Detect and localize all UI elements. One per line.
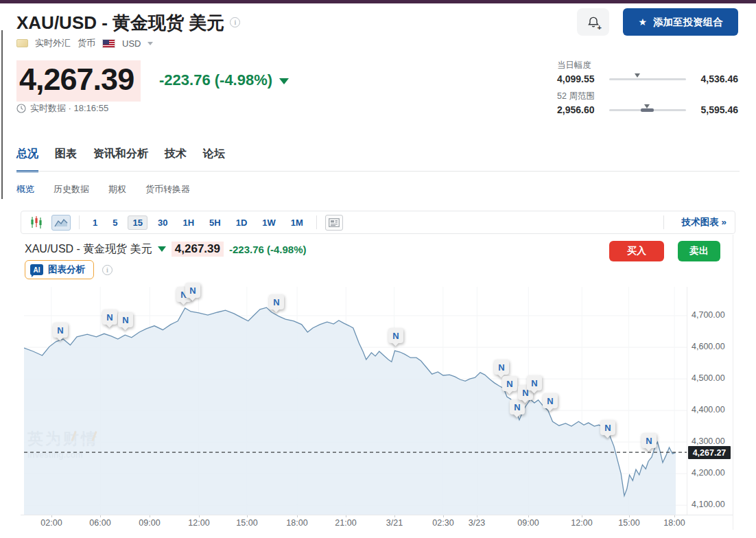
chart-header: XAU/USD - 黄金现货 美元 4,267.39 -223.76 (-4.9… bbox=[25, 242, 307, 257]
toolbar-separator bbox=[663, 215, 664, 229]
interval-selector: 1515301H5H1D1W1M bbox=[88, 215, 308, 230]
news-marker-icon[interactable]: N bbox=[185, 283, 200, 298]
week52-range-segment bbox=[641, 108, 654, 112]
news-marker-icon[interactable]: N bbox=[102, 309, 117, 325]
toolbar-separator bbox=[79, 215, 80, 229]
ai-analysis-row: AI 图表分析 i bbox=[25, 260, 113, 279]
ai-info-icon[interactable]: i bbox=[102, 265, 113, 275]
news-marker-icon[interactable]: N bbox=[118, 312, 133, 327]
day-range-slider bbox=[609, 78, 686, 80]
x-tick-label: 21:00 bbox=[335, 518, 356, 528]
tab-overview[interactable]: 总况 bbox=[16, 147, 38, 172]
breadcrumb-live-fx[interactable]: 实时外汇 bbox=[35, 37, 71, 49]
technical-chart-link[interactable]: 技术图表 » bbox=[672, 216, 727, 229]
x-tick-label: 09:00 bbox=[139, 518, 160, 528]
add-to-portfolio-button[interactable]: ★ 添加至投资组合 bbox=[623, 8, 738, 36]
price-change: -223.76 (-4.98%) bbox=[159, 71, 289, 89]
y-tick-label: 4,400.00 bbox=[692, 405, 725, 414]
currency-code[interactable]: USD bbox=[122, 38, 141, 49]
news-on-chart-icon[interactable] bbox=[325, 215, 343, 231]
sell-button[interactable]: 卖出 bbox=[678, 241, 720, 261]
chart-overlay: NNNNNNNNNNNNNNN bbox=[24, 287, 687, 515]
instrument-title: XAU/USD - 黄金现货 美元 bbox=[16, 12, 224, 33]
interval-1W[interactable]: 1W bbox=[257, 215, 281, 230]
tab-news-analysis[interactable]: 资讯和分析 bbox=[93, 147, 148, 172]
subtab-converter[interactable]: 货币转换器 bbox=[145, 183, 190, 196]
interval-1D[interactable]: 1D bbox=[231, 215, 252, 230]
y-tick-label: 4,600.00 bbox=[692, 342, 725, 351]
y-tick-label: 4,700.00 bbox=[692, 310, 725, 320]
gold-asset-icon bbox=[16, 39, 28, 47]
news-marker-icon[interactable]: N bbox=[641, 433, 657, 448]
sub-tabs: 概览历史数据期权货币转换器 bbox=[16, 183, 190, 196]
interval-15[interactable]: 15 bbox=[128, 215, 147, 230]
interval-1H[interactable]: 1H bbox=[178, 215, 199, 230]
clock-icon bbox=[16, 104, 26, 113]
x-tick-label: 02:00 bbox=[40, 518, 62, 528]
ai-analysis-label: 图表分析 bbox=[48, 264, 85, 276]
subtab-options[interactable]: 期权 bbox=[108, 183, 126, 196]
last-price: 4,267.39 bbox=[16, 60, 141, 102]
ai-chart-analysis-button[interactable]: AI 图表分析 bbox=[25, 260, 94, 279]
candlestick-chart-icon[interactable] bbox=[29, 215, 43, 229]
chart-last-price: 4,267.39 bbox=[172, 242, 224, 257]
tab-forum[interactable]: 论坛 bbox=[203, 147, 225, 172]
interval-5H[interactable]: 5H bbox=[204, 215, 226, 230]
alert-button[interactable]: + bbox=[577, 8, 609, 36]
news-marker-icon[interactable]: N bbox=[269, 294, 284, 309]
chart-instrument-title: XAU/USD - 黄金现货 美元 bbox=[25, 242, 152, 257]
interval-1[interactable]: 1 bbox=[88, 215, 102, 230]
top-accent-bar bbox=[0, 0, 756, 3]
day-range-row: 4,099.55 4,536.46 bbox=[557, 73, 738, 84]
x-tick-label: 12:00 bbox=[571, 518, 592, 528]
ranges-panel: 当日幅度 4,099.55 4,536.46 52 周范围 2,956.60 5… bbox=[557, 60, 738, 121]
x-tick-label: 3/21 bbox=[386, 518, 403, 528]
news-marker-icon[interactable]: N bbox=[527, 375, 542, 390]
x-axis-line bbox=[21, 515, 733, 515]
x-tick-label: 15:00 bbox=[618, 518, 639, 528]
x-tick-label: 15:00 bbox=[236, 518, 257, 528]
breadcrumb-currency[interactable]: 货币 bbox=[78, 37, 95, 49]
subtab-general[interactable]: 概览 bbox=[16, 183, 34, 196]
news-marker-icon[interactable]: N bbox=[543, 393, 558, 408]
x-tick-label: 06:00 bbox=[89, 518, 110, 528]
interval-1M[interactable]: 1M bbox=[286, 215, 308, 230]
x-tick-label: 3/23 bbox=[469, 518, 485, 528]
left-edge-divider bbox=[1, 30, 3, 199]
news-marker-icon[interactable]: N bbox=[53, 323, 68, 338]
tab-chart[interactable]: 图表 bbox=[55, 147, 77, 172]
x-axis[interactable]: 02:0006:0009:0012:0015:0018:0021:003/210… bbox=[24, 518, 717, 532]
buy-button[interactable]: 买入 bbox=[609, 241, 664, 261]
chevron-down-icon[interactable] bbox=[147, 42, 153, 45]
current-price-badge: 4,267.27 bbox=[688, 446, 731, 459]
us-flag-icon bbox=[102, 39, 115, 48]
chart-toolbar: 1515301H5H1D1W1M 技术图表 » bbox=[21, 211, 735, 234]
toolbar-separator bbox=[316, 215, 317, 229]
news-marker-icon[interactable]: N bbox=[502, 376, 517, 391]
y-tick-label: 4,200.00 bbox=[692, 468, 725, 478]
news-marker-icon[interactable]: N bbox=[388, 328, 403, 343]
week52-range-high: 5,595.46 bbox=[694, 104, 738, 115]
area-chart-icon[interactable] bbox=[51, 215, 71, 231]
tabs-divider bbox=[16, 171, 740, 172]
breadcrumb: 实时外汇 货币 USD bbox=[16, 37, 153, 49]
main-tabs: 总况图表资讯和分析技术论坛 bbox=[16, 147, 225, 172]
interval-5[interactable]: 5 bbox=[108, 215, 122, 230]
day-range-high: 4,536.46 bbox=[694, 73, 738, 84]
interval-30[interactable]: 30 bbox=[153, 215, 172, 230]
week52-range-pin-icon bbox=[644, 104, 650, 108]
news-marker-icon[interactable]: N bbox=[510, 399, 525, 414]
day-range-pin-icon bbox=[635, 73, 640, 78]
chart-price-change: -223.76 (-4.98%) bbox=[229, 244, 307, 255]
news-marker-icon[interactable]: N bbox=[600, 420, 615, 435]
info-icon[interactable]: i bbox=[230, 17, 240, 27]
ai-badge-icon: AI bbox=[30, 264, 43, 275]
news-marker-icon[interactable]: N bbox=[494, 360, 509, 375]
price-change-value: -223.76 (-4.98%) bbox=[159, 71, 272, 89]
subtab-history[interactable]: 历史数据 bbox=[54, 183, 89, 196]
realtime-status: 实时数据 · 18:16:55 bbox=[16, 102, 108, 115]
down-triangle-icon bbox=[279, 78, 289, 84]
realtime-timestamp: 实时数据 · 18:16:55 bbox=[30, 102, 108, 115]
x-tick-label: 18:00 bbox=[286, 518, 307, 528]
tab-technical[interactable]: 技术 bbox=[165, 147, 187, 172]
